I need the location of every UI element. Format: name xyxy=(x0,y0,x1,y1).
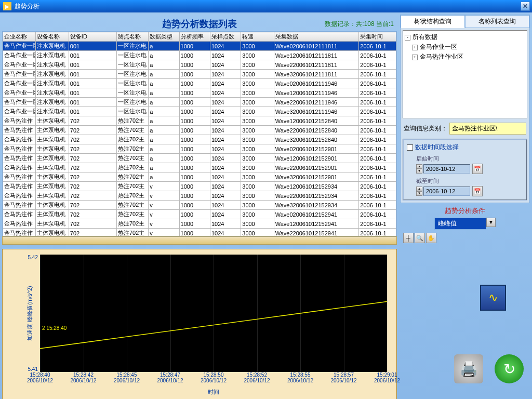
table-row[interactable]: 金马热注作主体泵电机702热注702主a100010243000Wave0200… xyxy=(3,144,396,154)
chart-xtick: 15:28:472006/10/12 xyxy=(157,372,183,383)
refresh-button[interactable]: ↻ xyxy=(495,354,524,383)
magnify-icon[interactable]: 🔍 xyxy=(415,233,425,243)
table-row[interactable]: 金马作业一区注水泵电机001一区注水电a100010243000Wave1200… xyxy=(3,88,396,98)
table-row[interactable]: 金马热注作主体泵电机702热注702主a100010243000Wave3200… xyxy=(3,135,396,144)
column-header[interactable]: 采集时间 xyxy=(359,32,396,42)
tree-view[interactable]: -所有数据 +金马作业一区 +金马热注作业区 xyxy=(403,30,527,118)
chart-xtick: 15:28:572006/10/12 xyxy=(330,372,356,383)
chart-ytick: 5.41 xyxy=(28,366,38,372)
chart-xtick: 15:28:422006/10/12 xyxy=(70,372,96,383)
chart-xlabel: 时间 xyxy=(208,388,219,396)
end-date-stepper[interactable]: ▲▼ xyxy=(416,187,422,196)
record-status: 数据记录：共:108 当前:1 xyxy=(325,20,394,29)
data-table[interactable]: 企业名称设备名称设备ID测点名称数据类型分析频率采样点数转速采集数据采集时间 金… xyxy=(2,31,397,236)
tree-node[interactable]: +金马热注作业区 xyxy=(405,52,525,62)
start-time-label: 启始时间 xyxy=(416,155,523,163)
table-row[interactable]: 金马热注作主体泵电机702热注702主v100010243000Wave1200… xyxy=(3,182,396,191)
tab-name-list-query[interactable]: 名称列表查询 xyxy=(465,15,529,28)
chart-ylabel: 加速度 峰峰值(m/s^2) xyxy=(26,286,34,340)
table-row[interactable]: 金马热注作主体泵电机702热注702主a100010243000Wave3200… xyxy=(3,172,396,182)
chevron-down-icon[interactable]: ▼ xyxy=(486,218,496,227)
table-row[interactable]: 金马作业一区注水泵电机001一区注水电a100010243000Wave0200… xyxy=(3,79,396,88)
column-header[interactable]: 数据类型 xyxy=(149,32,179,42)
chart-xtick: 15:29:012006/10/12 xyxy=(374,372,400,383)
start-date-input[interactable]: 2006-10-12 xyxy=(423,164,470,174)
column-header[interactable]: 企业名称 xyxy=(3,32,36,42)
condition-select[interactable]: 峰峰值 xyxy=(434,218,486,230)
analyze-wave-button[interactable]: ∿ xyxy=(480,285,506,311)
table-row[interactable]: 金马作业一区注水泵电机001一区注水电a100010243000Wave3200… xyxy=(3,70,396,79)
column-header[interactable]: 设备名称 xyxy=(36,32,69,42)
page-title: 趋势分析数据列表 xyxy=(162,19,237,29)
table-row[interactable]: 金马作业一区注水泵电机001一区注水电a100010243000Wave2200… xyxy=(3,98,396,107)
table-row[interactable]: 金马热注作主体泵电机702热注702主v100010243000Wave3200… xyxy=(3,201,396,210)
tree-node[interactable]: +金马作业一区 xyxy=(405,42,525,52)
table-row[interactable]: 金马热注作主体泵电机702热注702主v100010243000Wave2200… xyxy=(3,191,396,201)
chart-ytick: 5.42 xyxy=(28,255,38,260)
end-date-input[interactable]: 2006-10-12 xyxy=(423,187,470,196)
trend-chart[interactable]: 加速度 峰峰值(m/s^2) 5.42 5.41 2 15:28:40 时间 1… xyxy=(2,249,397,399)
column-header[interactable]: 采集数据 xyxy=(274,32,359,42)
calendar-icon[interactable]: 📅 xyxy=(472,164,483,174)
table-row[interactable]: 金马热注作主体泵电机702热注702主a100010243000Wave1200… xyxy=(3,154,396,163)
table-row[interactable]: 金马热注作主体泵电机702热注702主v100010243000Wave2200… xyxy=(3,229,396,237)
table-row[interactable]: 金马热注作主体泵电机702热注702主v100010243000Wave0200… xyxy=(3,210,396,219)
column-header[interactable]: 设备ID xyxy=(69,32,116,42)
window-title: 趋势分析 xyxy=(15,2,39,11)
chart-xtick: 15:28:402006/10/12 xyxy=(27,372,53,383)
table-row[interactable]: 金马热注作主体泵电机702热注702主a100010243000Wave1200… xyxy=(3,116,396,126)
chart-xtick: 15:28:522006/10/12 xyxy=(244,372,270,383)
column-header[interactable]: 采样点数 xyxy=(210,32,241,42)
table-row[interactable]: 金马热注作主体泵电机702热注702主a100010243000Wave2200… xyxy=(3,126,396,135)
tab-tree-query[interactable]: 树状结构查询 xyxy=(401,15,465,28)
close-icon[interactable]: ✕ xyxy=(521,2,530,11)
chart-xtick: 15:28:452006/10/12 xyxy=(114,372,140,383)
calendar-icon[interactable]: 📅 xyxy=(472,186,483,196)
print-button[interactable]: 🖨️ xyxy=(454,354,483,383)
condition-label: 趋势分析条件 xyxy=(400,206,530,216)
app-icon: ▶ xyxy=(3,2,11,10)
table-row[interactable]: 金马作业一区注水泵电机001一区注水电a100010243000Wave0200… xyxy=(3,42,396,51)
tree-root[interactable]: -所有数据 xyxy=(405,32,525,42)
column-header[interactable]: 分析频率 xyxy=(179,32,210,42)
horizontal-scrollbar[interactable] xyxy=(2,236,397,245)
query-value: 金马热注作业区\ xyxy=(449,123,526,135)
titlebar: ▶ 趋势分析 ✕ xyxy=(0,0,532,12)
end-time-label: 截至时间 xyxy=(416,177,523,185)
hand-tool-icon[interactable]: ✋ xyxy=(426,233,436,243)
column-header[interactable]: 测点名称 xyxy=(116,32,148,42)
table-row[interactable]: 金马作业一区注水泵电机001一区注水电a100010243000Wave3200… xyxy=(3,107,396,116)
zoom-tool-icon[interactable]: ┼ xyxy=(403,233,414,243)
chart-xtick: 15:28:502006/10/12 xyxy=(201,372,227,383)
column-header[interactable]: 转速 xyxy=(241,32,274,42)
query-label: 查询信息类别： xyxy=(404,124,447,133)
table-row[interactable]: 金马热注作主体泵电机702热注702主v100010243000Wave1200… xyxy=(3,219,396,229)
table-row[interactable]: 金马作业一区注水泵电机001一区注水电a100010243000Wave2200… xyxy=(3,60,396,70)
time-range-checkbox[interactable]: 数据时间段选择 xyxy=(407,143,523,152)
table-row[interactable]: 金马热注作主体泵电机702热注702主a100010243000Wave2200… xyxy=(3,163,396,172)
table-row[interactable]: 金马作业一区注水泵电机001一区注水电a100010243000Wave1200… xyxy=(3,51,396,60)
start-date-stepper[interactable]: ▲▼ xyxy=(416,164,422,174)
chart-xtick: 15:28:552006/10/12 xyxy=(287,372,313,383)
